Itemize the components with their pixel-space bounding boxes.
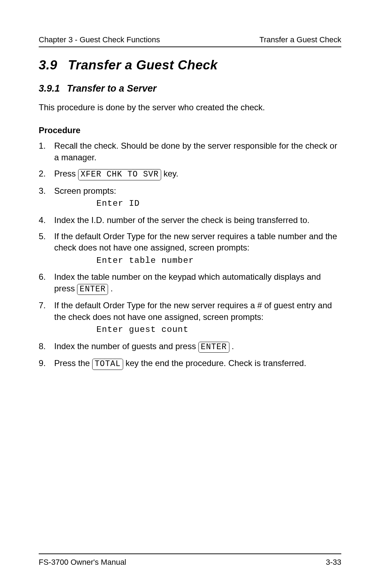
- page: Chapter 3 - Guest Check Functions Transf…: [0, 0, 380, 588]
- step-6-text-b: .: [108, 284, 113, 293]
- procedure-heading: Procedure: [39, 125, 341, 135]
- step-2-text-b: key.: [161, 169, 178, 178]
- step-4-text: Index the I.D. number of the server the …: [54, 215, 310, 225]
- step-7: If the default Order Type for the new se…: [39, 300, 341, 335]
- step-9-text-b: key the end the procedure. Check is tran…: [123, 358, 306, 368]
- keycap-xfer-chk-to-svr: XFER CHK TO SVR: [78, 169, 161, 180]
- step-8-text-b: .: [229, 341, 234, 351]
- keycap-enter-2: ENTER: [198, 342, 229, 353]
- step-7-prompt: Enter guest count: [96, 324, 341, 335]
- step-2-text-a: Press: [54, 169, 78, 178]
- procedure-list: Recall the check. Should be done by the …: [39, 140, 341, 375]
- section-number: 3.9: [39, 58, 57, 73]
- step-4: Index the I.D. number of the server the …: [39, 215, 341, 226]
- subsection-number: 3.9.1: [39, 83, 60, 94]
- step-5-text: If the default Order Type for the new se…: [54, 231, 337, 252]
- step-3-prompt: Enter ID: [96, 198, 341, 209]
- subsection-title: 3.9.1Transfer to a Server: [39, 83, 341, 94]
- step-6: Index the table number on the keypad whi…: [39, 271, 341, 295]
- subsection-title-text: Transfer to a Server: [67, 83, 157, 94]
- footer-right: 3-33: [326, 558, 341, 567]
- step-9: Press the TOTAL key the end the procedur…: [39, 358, 341, 370]
- step-5-prompt: Enter table number: [96, 255, 341, 266]
- step-3: Screen prompts: Enter ID: [39, 185, 341, 210]
- keycap-total: TOTAL: [92, 359, 123, 370]
- intro-paragraph: This procedure is done by the server who…: [39, 102, 341, 113]
- keycap-enter-1: ENTER: [77, 284, 108, 295]
- section-title: 3.9Transfer a Guest Check: [39, 58, 341, 73]
- footer-left: FS-3700 Owner's Manual: [39, 558, 126, 567]
- step-8: Index the number of guests and press ENT…: [39, 341, 341, 353]
- step-5: If the default Order Type for the new se…: [39, 231, 341, 266]
- section-title-text: Transfer a Guest Check: [68, 58, 218, 72]
- step-8-text-a: Index the number of guests and press: [54, 341, 198, 351]
- step-1-text: Recall the check. Should be done by the …: [54, 141, 337, 162]
- step-1: Recall the check. Should be done by the …: [39, 140, 341, 163]
- header-left: Chapter 3 - Guest Check Functions: [39, 35, 160, 44]
- step-3-text: Screen prompts:: [54, 186, 116, 196]
- page-header: Chapter 3 - Guest Check Functions Transf…: [39, 35, 341, 47]
- step-9-text-a: Press the: [54, 358, 92, 368]
- step-2: Press XFER CHK TO SVR key.: [39, 168, 341, 180]
- page-footer: FS-3700 Owner's Manual 3-33: [39, 553, 341, 567]
- step-7-text: If the default Order Type for the new se…: [54, 301, 332, 321]
- header-right: Transfer a Guest Check: [259, 35, 341, 44]
